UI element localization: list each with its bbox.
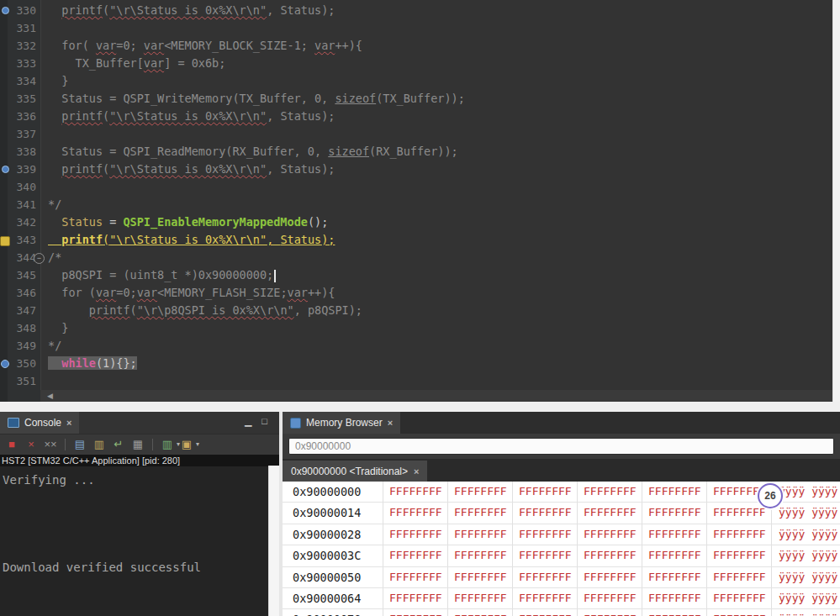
console-output[interactable]: Verifying ...Download verified successfu… bbox=[0, 466, 279, 616]
memory-value-cell[interactable]: FFFFFFFF bbox=[642, 503, 707, 523]
breakpoint-marker[interactable] bbox=[2, 7, 9, 14]
memory-value-cell[interactable]: FFFFFFFF bbox=[383, 609, 448, 616]
code-line[interactable]: 334 } bbox=[0, 72, 832, 90]
close-icon[interactable]: × bbox=[388, 418, 393, 428]
bookmark-marker[interactable] bbox=[1, 360, 9, 368]
editor-vertical-scrollbar[interactable] bbox=[832, 0, 840, 402]
memory-value-cell[interactable]: FFFFFFFF bbox=[642, 567, 707, 587]
minimize-icon[interactable]: ▁ bbox=[245, 416, 251, 427]
memory-row[interactable]: 0x9000003CFFFFFFFFFFFFFFFFFFFFFFFFFFFFFF… bbox=[283, 545, 840, 566]
open-console-icon[interactable]: ▣▾ bbox=[179, 437, 194, 452]
code-line[interactable]: 347 printf("\r\p8QSPI is 0x%X\r\n", p8QS… bbox=[0, 302, 832, 319]
memory-table[interactable]: 0x90000000FFFFFFFFFFFFFFFFFFFFFFFFFFFFFF… bbox=[283, 482, 840, 616]
tab-console[interactable]: Console × bbox=[0, 412, 79, 434]
code-line[interactable]: 339 printf("\r\Status is 0x%X\r\n", Stat… bbox=[0, 161, 832, 178]
memory-value-cell[interactable]: FFFFFFFF bbox=[642, 524, 707, 545]
pin-console-icon[interactable]: ▦ bbox=[130, 437, 145, 452]
horizontal-splitter[interactable] bbox=[0, 402, 840, 412]
terminate-icon[interactable]: ■ bbox=[4, 437, 19, 452]
close-icon[interactable]: × bbox=[66, 418, 71, 428]
memory-value-cell[interactable]: FFFFFFFF bbox=[383, 503, 448, 523]
memory-value-cell[interactable]: FFFFFFFF bbox=[707, 524, 772, 545]
disconnect-icon[interactable]: × bbox=[24, 437, 39, 452]
close-icon[interactable]: × bbox=[414, 466, 419, 476]
memory-value-cell[interactable]: FFFFFFFF bbox=[513, 482, 578, 502]
tab-memory-browser[interactable]: Memory Browser × bbox=[283, 412, 400, 434]
memory-address-input[interactable] bbox=[288, 438, 834, 455]
debug-pointer-marker[interactable] bbox=[0, 236, 10, 246]
memory-value-cell[interactable]: FFFFFFFF bbox=[578, 588, 642, 608]
memory-value-cell[interactable]: FFFFFFFF bbox=[578, 524, 642, 545]
code-line[interactable]: 336 printf("\r\Status is 0x%X\r\n", Stat… bbox=[0, 108, 832, 125]
memory-value-cell[interactable]: FFFFFFFF bbox=[448, 545, 513, 566]
memory-value-cell[interactable]: FFFFFFFF bbox=[448, 503, 513, 523]
code-line[interactable]: 346 for (var=0;var<MEMORY_FLASH_SIZE;var… bbox=[0, 284, 832, 302]
memory-value-cell[interactable]: FFFFFFFF bbox=[513, 609, 578, 616]
code-line[interactable]: 338 Status = QSPI_ReadMemory(RX_Buffer, … bbox=[0, 143, 832, 161]
scroll-left-arrow-icon[interactable]: ◀ bbox=[47, 392, 53, 400]
memory-row[interactable]: 0x90000000FFFFFFFFFFFFFFFFFFFFFFFFFFFFFF… bbox=[283, 482, 840, 503]
code-line[interactable]: 337 bbox=[0, 125, 832, 143]
code-line[interactable]: 335 Status = QSPI_WriteMemory(TX_Buffer,… bbox=[0, 90, 832, 108]
memory-value-cell[interactable]: FFFFFFFF bbox=[513, 545, 578, 566]
memory-value-cell[interactable]: FFFFFFFF bbox=[513, 524, 578, 545]
memory-value-cell[interactable]: FFFFFFFF bbox=[383, 545, 448, 566]
maximize-icon[interactable]: □ bbox=[262, 416, 267, 427]
code-editor[interactable]: 330 printf("\r\Status is 0x%X\r\n", Stat… bbox=[0, 0, 840, 402]
memory-value-cell[interactable]: FFFFFFFF bbox=[707, 545, 772, 566]
code-line[interactable]: 331 bbox=[0, 19, 832, 37]
memory-value-cell[interactable]: FFFFFFFF bbox=[642, 609, 707, 616]
code-line[interactable]: 341*/ bbox=[0, 196, 832, 213]
memory-row[interactable]: 0x90000028FFFFFFFFFFFFFFFFFFFFFFFFFFFFFF… bbox=[283, 524, 840, 545]
memory-value-cell[interactable]: FFFFFFFF bbox=[448, 588, 513, 608]
word-wrap-icon[interactable]: ↵ bbox=[111, 437, 126, 452]
memory-value-cell[interactable]: FFFFFFFF bbox=[578, 609, 642, 616]
remove-all-terminated-icon[interactable]: ×× bbox=[43, 437, 58, 452]
memory-value-cell[interactable]: FFFFFFFF bbox=[383, 524, 448, 545]
memory-row[interactable]: 0x90000014FFFFFFFFFFFFFFFFFFFFFFFFFFFFFF… bbox=[283, 503, 840, 524]
code-line[interactable]: 330 printf("\r\Status is 0x%X\r\n", Stat… bbox=[0, 2, 832, 19]
memory-value-cell[interactable]: FFFFFFFF bbox=[707, 609, 772, 616]
code-line[interactable]: 340 bbox=[0, 178, 832, 196]
memory-value-cell[interactable]: FFFFFFFF bbox=[513, 503, 578, 523]
memory-row[interactable]: 0x90000064FFFFFFFFFFFFFFFFFFFFFFFFFFFFFF… bbox=[283, 588, 840, 609]
code-line[interactable]: 349*/ bbox=[0, 337, 832, 355]
clear-console-icon[interactable]: ▤ bbox=[72, 437, 87, 452]
memory-row[interactable]: 0x90000078FFFFFFFFFFFFFFFFFFFFFFFFFFFFFF… bbox=[283, 609, 840, 616]
memory-value-cell[interactable]: FFFFFFFF bbox=[642, 545, 707, 566]
memory-value-cell[interactable]: FFFFFFFF bbox=[642, 588, 707, 608]
dropdown-arrow-icon[interactable]: ▾ bbox=[196, 437, 199, 452]
memory-value-cell[interactable]: FFFFFFFF bbox=[383, 567, 448, 587]
memory-value-cell[interactable]: FFFFFFFF bbox=[578, 503, 642, 523]
code-line[interactable]: 350 while(1){}; bbox=[0, 355, 832, 372]
tab-memory-view[interactable]: 0x90000000 <Traditional> × bbox=[283, 461, 427, 482]
memory-value-cell[interactable]: FFFFFFFF bbox=[578, 482, 642, 502]
memory-value-cell[interactable]: FFFFFFFF bbox=[707, 588, 772, 608]
code-line[interactable]: 342 Status = QSPI_EnableMemoryMappedMode… bbox=[0, 213, 832, 231]
memory-value-cell[interactable]: FFFFFFFF bbox=[578, 567, 642, 587]
code-line[interactable]: 343 printf("\r\Status is 0x%X\r\n", Stat… bbox=[0, 231, 832, 249]
memory-value-cell[interactable]: FFFFFFFF bbox=[448, 524, 513, 545]
code-line[interactable]: 344/* bbox=[0, 249, 832, 266]
memory-value-cell[interactable]: FFFFFFFF bbox=[448, 482, 513, 502]
console-vertical-scrollbar[interactable] bbox=[268, 466, 279, 616]
code-line[interactable]: 351 bbox=[0, 372, 832, 390]
memory-row[interactable]: 0x90000050FFFFFFFFFFFFFFFFFFFFFFFFFFFFFF… bbox=[283, 567, 840, 588]
memory-value-cell[interactable]: FFFFFFFF bbox=[513, 588, 578, 608]
breakpoint-marker[interactable] bbox=[2, 166, 9, 173]
memory-value-cell[interactable]: FFFFFFFF bbox=[383, 588, 448, 608]
memory-value-cell[interactable]: FFFFFFFF bbox=[707, 567, 772, 587]
code-line[interactable]: 348 } bbox=[0, 319, 832, 337]
scroll-lock-icon[interactable]: ▥ bbox=[92, 437, 107, 452]
memory-value-cell[interactable]: FFFFFFFF bbox=[578, 545, 642, 566]
memory-value-cell[interactable]: FFFFFFFF bbox=[383, 482, 448, 502]
memory-value-cell[interactable]: FFFFFFFF bbox=[448, 609, 513, 616]
code-line[interactable]: 333 TX_Buffer[var] = 0x6b; bbox=[0, 55, 832, 72]
memory-value-cell[interactable]: FFFFFFFF bbox=[513, 567, 578, 587]
code-line[interactable]: 345 p8QSPI = (uint8_t *)0x90000000; bbox=[0, 266, 832, 284]
fold-marker[interactable]: − bbox=[34, 253, 45, 264]
memory-value-cell[interactable]: FFFFFFFF bbox=[448, 567, 513, 587]
code-line[interactable]: 332 for( var=0; var<MEMORY_BLOCK_SIZE-1;… bbox=[0, 37, 832, 55]
display-selected-console-icon[interactable]: ▥▾ bbox=[160, 437, 175, 452]
memory-value-cell[interactable]: FFFFFFFF bbox=[642, 482, 707, 502]
